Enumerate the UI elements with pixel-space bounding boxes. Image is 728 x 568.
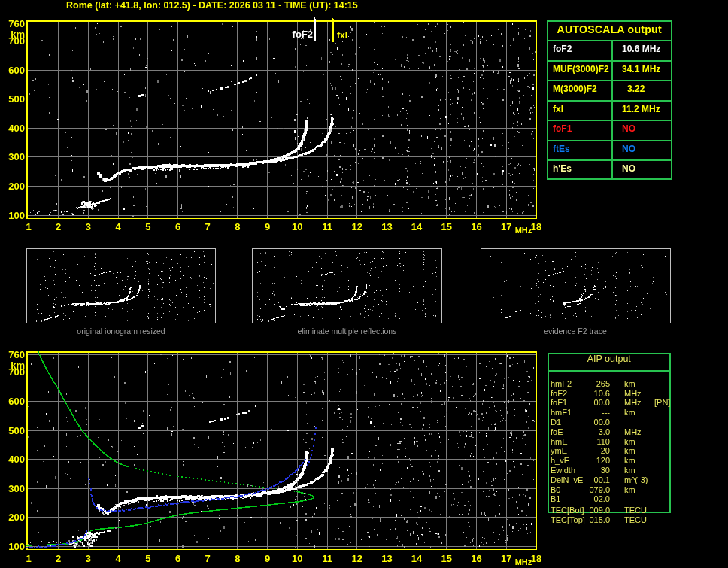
svg-text:10: 10 [292, 553, 302, 564]
svg-text:7: 7 [205, 221, 211, 232]
svg-text:18: 18 [531, 221, 541, 232]
svg-text:9: 9 [265, 553, 270, 564]
svg-text:4: 4 [115, 553, 121, 564]
svg-text:fxI: fxI [337, 30, 347, 41]
svg-text:400: 400 [8, 454, 25, 465]
svg-text:600: 600 [8, 65, 25, 76]
svg-text:15: 15 [441, 221, 452, 232]
svg-text:MHz: MHz [515, 557, 532, 566]
svg-text:15: 15 [441, 553, 452, 564]
svg-text:13: 13 [381, 221, 392, 232]
svg-text:1: 1 [26, 221, 31, 232]
svg-text:2: 2 [56, 221, 61, 232]
svg-text:200: 200 [8, 181, 25, 192]
svg-text:14: 14 [411, 553, 423, 564]
svg-text:14: 14 [411, 221, 423, 232]
svg-text:2: 2 [56, 553, 61, 564]
svg-text:8: 8 [235, 553, 240, 564]
svg-text:100: 100 [8, 210, 25, 221]
svg-text:5: 5 [145, 221, 150, 232]
svg-text:600: 600 [8, 396, 25, 407]
svg-text:11: 11 [322, 553, 332, 564]
svg-text:700: 700 [8, 35, 25, 47]
svg-text:5: 5 [145, 553, 150, 564]
svg-text:MHz: MHz [515, 226, 532, 235]
svg-text:300: 300 [8, 151, 25, 163]
svg-text:4: 4 [115, 221, 121, 232]
svg-text:700: 700 [8, 366, 25, 378]
svg-text:16: 16 [471, 553, 481, 564]
svg-text:17: 17 [501, 553, 511, 564]
svg-text:500: 500 [8, 425, 25, 436]
svg-text:16: 16 [471, 221, 481, 232]
svg-text:12: 12 [351, 221, 362, 232]
svg-text:17: 17 [501, 221, 511, 232]
svg-text:300: 300 [8, 483, 25, 494]
svg-text:200: 200 [8, 512, 25, 523]
svg-text:100: 100 [8, 541, 25, 552]
svg-text:13: 13 [381, 553, 392, 564]
svg-text:6: 6 [175, 221, 180, 232]
svg-text:1: 1 [26, 553, 31, 564]
svg-text:foF2: foF2 [293, 29, 313, 40]
svg-text:10: 10 [292, 221, 302, 232]
svg-text:11: 11 [322, 221, 332, 232]
svg-text:500: 500 [8, 93, 25, 105]
svg-text:7: 7 [205, 553, 211, 564]
svg-text:400: 400 [8, 123, 25, 134]
svg-text:3: 3 [86, 553, 91, 564]
svg-text:8: 8 [235, 221, 240, 232]
svg-text:9: 9 [265, 221, 270, 232]
svg-text:3: 3 [86, 221, 91, 232]
svg-text:18: 18 [531, 553, 541, 564]
svg-text:12: 12 [351, 553, 362, 564]
svg-text:6: 6 [175, 553, 180, 564]
